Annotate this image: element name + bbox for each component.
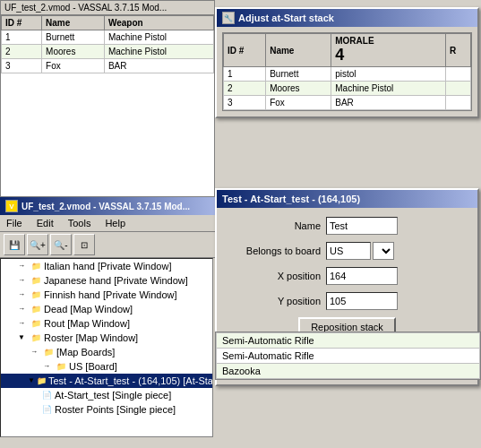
cell-name: Fox [266,96,331,110]
folder-icon: 📁 [55,360,67,373]
toolbar: 💾 🔍+ 🔍- ⊡ [0,232,215,258]
tree-label: Roster [Map Window] [44,332,138,343]
x-row: X position [231,267,463,285]
table-row: 2 Moores Machine Pistol [224,82,471,96]
list-item: Semi-Automatic Rifle [217,333,480,349]
board-row: Belongs to board US [231,242,463,260]
tree-label: [Map Boards] [56,347,115,358]
tree-item-japanese[interactable]: → 📁 Japanese hand [Private Window] [1,273,212,288]
adj-col-name: Name [266,34,331,67]
tree-item-finnish[interactable]: → 📁 Finnish hand [Private Window] [1,288,212,302]
cell-id: 2 [2,45,42,59]
menu-bar: File Edit Tools Help [0,215,215,232]
folder-icon: 📁 [30,303,42,315]
tree-label: Dead [Map Window] [44,304,133,314]
expand-icon: → [15,317,28,330]
board-input[interactable] [326,242,371,260]
board-select-wrapper: US [326,242,394,260]
file-icon: 📄 [40,403,53,416]
cell-weapon: BAR [331,96,446,110]
adj-col-id: ID # [224,34,266,67]
name-row: Name [231,217,463,235]
expand-icon: ▼ [28,375,35,387]
sheet-title-bar[interactable]: UF_test_2.vmod - VASSAL 3.7.15 Mod... [1,1,214,15]
menu-help[interactable]: Help [102,217,128,229]
table-row: 1 Burnett pistol [224,67,471,82]
zoom-out-button[interactable]: 🔍- [50,234,72,255]
y-row: Y position [231,292,463,310]
tree-item-roster[interactable]: ▼ 📁 Roster [Map Window] [1,331,212,345]
folder-icon: 📁 [30,332,42,344]
tree-label: Rout [Map Window] [44,318,130,329]
cell-weapon: pistol [331,67,446,82]
vassal-main-window: V UF_test_2.vmod - VASSAL 3.7.15 Mod... … [0,197,215,448]
table-row: 3 Fox BAR [2,59,214,73]
col-id: ID # [2,16,42,30]
name-input[interactable] [326,217,398,235]
cell-name: Burnett [42,30,105,45]
tree-item-rout[interactable]: → 📁 Rout [Map Window] [1,316,212,331]
adjust-icon: 🔧 [222,12,235,24]
table-row: 3 Fox BAR [224,96,471,110]
file-icon: 📄 [40,389,53,401]
cell-id: 3 [224,96,266,110]
cell-name: Burnett [266,67,331,82]
weapon-name: Semi-Automatic Rifle [217,333,480,349]
expand-icon: → [15,303,28,315]
tree-panel: → 📁 Italian hand [Private Window] → 📁 Ja… [0,258,213,437]
tree-item-roster-points[interactable]: 📄 Roster Points [Single piece] [1,402,212,417]
y-input[interactable] [326,292,398,310]
cell-weapon: BAR [104,59,213,73]
table-row: 1 Burnett Machine Pistol [2,30,214,45]
tree-label: Italian hand [Private Window] [44,261,171,271]
col-name: Name [42,16,105,30]
board-select[interactable]: US [373,242,394,260]
folder-icon: 📁 [30,260,42,272]
cell-name: Fox [42,59,105,73]
weapon-name: Bazooka [217,364,480,379]
tree-label: Test - At-Start_test - (164,105) [At-Sta… [48,375,213,386]
vassal-icon: V [5,200,18,212]
vassal-title-bar[interactable]: V UF_test_2.vmod - VASSAL 3.7.15 Mod... [0,197,215,215]
adjust-content: ID # Name MORALE4 R 1 Burnett pistol 2 [217,27,477,116]
folder-icon: 📁 [37,375,47,387]
tree-label: Japanese hand [Private Window] [44,275,188,286]
tree-item-map-boards[interactable]: → 📁 [Map Boards] [1,345,212,359]
tree-label: US [Board] [69,361,117,372]
tree-item-test-atstart[interactable]: ▼ 📁 Test - At-Start_test - (164,105) [At… [1,374,212,388]
cell-id: 1 [2,30,42,45]
tree-item-italian[interactable]: → 📁 Italian hand [Private Window] [1,259,212,273]
sheet-title-text: UF_test_2.vmod - VASSAL 3.7.15 Mod... [4,3,167,13]
weapon-list: Semi-Automatic Rifle Semi-Automatic Rifl… [215,332,481,380]
list-item: Bazooka [217,364,480,379]
tree-item-dead[interactable]: → 📁 Dead [Map Window] [1,302,212,316]
menu-edit[interactable]: Edit [34,217,56,229]
expand-icon: ▼ [15,332,28,344]
adjust-dialog: 🔧 Adjust at-Start stack ID # Name MORALE… [215,7,479,118]
adjust-scroll-area[interactable]: ID # Name MORALE4 R 1 Burnett pistol 2 [222,32,472,111]
cell-weapon: Machine Pistol [331,82,446,96]
folder-icon: 📁 [30,274,42,287]
folder-icon: 📁 [42,346,55,358]
zoom-in-button[interactable]: 🔍+ [27,234,48,255]
col-weapon: Weapon [104,16,213,30]
menu-file[interactable]: File [4,217,25,229]
x-input[interactable] [326,267,398,285]
cell-name: Moores [42,45,105,59]
board-label: Belongs to board [231,246,321,256]
save-button[interactable]: 💾 [4,234,25,255]
cell-id: 1 [224,67,266,82]
y-label: Y position [231,296,321,306]
tree-item-us-board[interactable]: → 📁 US [Board] [1,359,212,374]
cell-id: 2 [224,82,266,96]
menu-tools[interactable]: Tools [65,217,94,229]
zoom-fit-button[interactable]: ⊡ [73,234,95,255]
folder-icon: 📁 [30,289,42,301]
cell-weapon: Machine Pistol [104,45,213,59]
expand-icon: → [15,289,28,301]
adjust-title-bar[interactable]: 🔧 Adjust at-Start stack [217,9,477,27]
tree-item-atstart-piece[interactable]: 📄 At-Start_test [Single piece] [1,388,212,402]
test-title-bar[interactable]: Test - At-Start_test - (164,105) [217,190,477,208]
vassal-title-text: UF_test_2.vmod - VASSAL 3.7.15 Mod... [21,202,190,211]
expand-icon: → [15,274,28,287]
